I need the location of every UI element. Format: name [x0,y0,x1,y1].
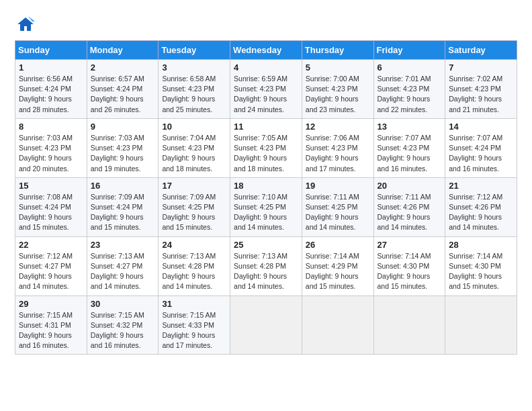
day-number: 9 [91,122,155,132]
day-number: 8 [19,122,83,132]
day-number: 7 [449,62,513,73]
calendar-cell: 4Sunrise: 6:59 AMSunset: 4:23 PMDaylight… [230,60,302,119]
day-detail: Sunrise: 7:03 AMSunset: 4:23 PMDaylight:… [19,133,83,174]
day-detail: Sunrise: 6:59 AMSunset: 4:23 PMDaylight:… [234,74,298,115]
day-number: 1 [19,62,83,73]
calendar-cell: 19Sunrise: 7:11 AMSunset: 4:25 PMDayligh… [302,177,373,236]
day-number: 24 [162,240,226,250]
day-detail: Sunrise: 7:09 AMSunset: 4:24 PMDaylight:… [91,192,155,233]
day-number: 13 [378,122,442,132]
calendar-cell: 15Sunrise: 7:08 AMSunset: 4:24 PMDayligh… [15,177,87,236]
calendar-cell: 10Sunrise: 7:04 AMSunset: 4:23 PMDayligh… [159,118,230,177]
day-number: 31 [162,299,226,309]
day-detail: Sunrise: 7:13 AMSunset: 4:27 PMDaylight:… [91,251,155,292]
col-header-saturday: Saturday [445,41,517,60]
calendar-cell: 9Sunrise: 7:03 AMSunset: 4:23 PMDaylight… [87,118,159,177]
day-number: 17 [162,181,226,191]
day-detail: Sunrise: 7:14 AMSunset: 4:29 PMDaylight:… [306,251,370,292]
calendar-week-row: 8Sunrise: 7:03 AMSunset: 4:23 PMDaylight… [15,118,517,177]
day-detail: Sunrise: 7:01 AMSunset: 4:23 PMDaylight:… [378,74,442,115]
day-detail: Sunrise: 7:08 AMSunset: 4:24 PMDaylight:… [19,192,83,233]
day-detail: Sunrise: 7:13 AMSunset: 4:28 PMDaylight:… [234,251,298,292]
day-number: 14 [449,122,513,132]
day-detail: Sunrise: 7:07 AMSunset: 4:23 PMDaylight:… [378,133,442,174]
day-number: 23 [91,240,155,250]
calendar-cell: 21Sunrise: 7:12 AMSunset: 4:26 PMDayligh… [445,177,517,236]
day-number: 19 [306,181,370,191]
day-detail: Sunrise: 6:58 AMSunset: 4:23 PMDaylight:… [162,74,226,115]
calendar-cell: 12Sunrise: 7:06 AMSunset: 4:23 PMDayligh… [302,118,373,177]
calendar-cell: 26Sunrise: 7:14 AMSunset: 4:29 PMDayligh… [302,236,373,295]
calendar-cell: 25Sunrise: 7:13 AMSunset: 4:28 PMDayligh… [230,236,302,295]
day-detail: Sunrise: 7:03 AMSunset: 4:23 PMDaylight:… [91,133,155,174]
col-header-thursday: Thursday [302,41,373,60]
logo-icon [16,15,35,34]
calendar-cell: 13Sunrise: 7:07 AMSunset: 4:23 PMDayligh… [373,118,445,177]
calendar-cell [302,295,373,355]
calendar-cell: 23Sunrise: 7:13 AMSunset: 4:27 PMDayligh… [87,236,159,295]
day-detail: Sunrise: 7:15 AMSunset: 4:31 PMDaylight:… [19,310,83,351]
day-detail: Sunrise: 7:09 AMSunset: 4:25 PMDaylight:… [162,192,226,233]
day-number: 21 [449,181,513,191]
day-detail: Sunrise: 7:07 AMSunset: 4:24 PMDaylight:… [449,133,513,174]
day-detail: Sunrise: 7:12 AMSunset: 4:26 PMDaylight:… [449,192,513,233]
calendar-cell: 1Sunrise: 6:56 AMSunset: 4:24 PMDaylight… [15,60,87,119]
day-detail: Sunrise: 7:10 AMSunset: 4:25 PMDaylight:… [234,192,298,233]
day-detail: Sunrise: 6:57 AMSunset: 4:24 PMDaylight:… [91,74,155,115]
calendar-cell [230,295,302,355]
col-header-tuesday: Tuesday [159,41,230,60]
calendar-cell: 2Sunrise: 6:57 AMSunset: 4:24 PMDaylight… [87,60,159,119]
day-number: 26 [306,240,370,250]
day-detail: Sunrise: 7:00 AMSunset: 4:23 PMDaylight:… [306,74,370,115]
calendar-table: SundayMondayTuesdayWednesdayThursdayFrid… [15,40,517,355]
calendar-cell: 24Sunrise: 7:13 AMSunset: 4:28 PMDayligh… [159,236,230,295]
calendar-week-row: 15Sunrise: 7:08 AMSunset: 4:24 PMDayligh… [15,177,517,236]
calendar-cell: 28Sunrise: 7:14 AMSunset: 4:30 PMDayligh… [445,236,517,295]
calendar-cell: 31Sunrise: 7:15 AMSunset: 4:33 PMDayligh… [159,295,230,355]
day-detail: Sunrise: 7:13 AMSunset: 4:28 PMDaylight:… [162,251,226,292]
day-detail: Sunrise: 7:15 AMSunset: 4:33 PMDaylight:… [162,310,226,351]
day-number: 3 [162,62,226,73]
calendar-cell: 3Sunrise: 6:58 AMSunset: 4:23 PMDaylight… [159,60,230,119]
day-number: 22 [19,240,83,250]
calendar-cell: 30Sunrise: 7:15 AMSunset: 4:32 PMDayligh… [87,295,159,355]
day-detail: Sunrise: 7:14 AMSunset: 4:30 PMDaylight:… [449,251,513,292]
day-number: 2 [91,62,155,73]
day-detail: Sunrise: 7:11 AMSunset: 4:26 PMDaylight:… [378,192,442,233]
day-number: 11 [234,122,298,132]
calendar-cell: 20Sunrise: 7:11 AMSunset: 4:26 PMDayligh… [373,177,445,236]
calendar-week-row: 29Sunrise: 7:15 AMSunset: 4:31 PMDayligh… [15,295,517,355]
calendar-cell: 11Sunrise: 7:05 AMSunset: 4:23 PMDayligh… [230,118,302,177]
day-number: 27 [378,240,442,250]
day-number: 29 [19,299,83,309]
calendar-header-row: SundayMondayTuesdayWednesdayThursdayFrid… [15,41,517,60]
day-number: 6 [378,62,442,73]
day-detail: Sunrise: 7:04 AMSunset: 4:23 PMDaylight:… [162,133,226,174]
day-number: 18 [234,181,298,191]
day-number: 15 [19,181,83,191]
calendar-cell [373,295,445,355]
day-number: 20 [378,181,442,191]
day-number: 30 [91,299,155,309]
day-detail: Sunrise: 7:06 AMSunset: 4:23 PMDaylight:… [306,133,370,174]
day-number: 10 [162,122,226,132]
header [15,12,517,34]
day-detail: Sunrise: 6:56 AMSunset: 4:24 PMDaylight:… [19,74,83,115]
day-number: 16 [91,181,155,191]
calendar-cell: 6Sunrise: 7:01 AMSunset: 4:23 PMDaylight… [373,60,445,119]
calendar-cell: 27Sunrise: 7:14 AMSunset: 4:30 PMDayligh… [373,236,445,295]
calendar-cell: 29Sunrise: 7:15 AMSunset: 4:31 PMDayligh… [15,295,87,355]
day-detail: Sunrise: 7:11 AMSunset: 4:25 PMDaylight:… [306,192,370,233]
calendar-cell: 22Sunrise: 7:12 AMSunset: 4:27 PMDayligh… [15,236,87,295]
calendar-cell: 14Sunrise: 7:07 AMSunset: 4:24 PMDayligh… [445,118,517,177]
logo [15,15,35,34]
col-header-wednesday: Wednesday [230,41,302,60]
calendar-cell: 5Sunrise: 7:00 AMSunset: 4:23 PMDaylight… [302,60,373,119]
day-number: 5 [306,62,370,73]
day-detail: Sunrise: 7:05 AMSunset: 4:23 PMDaylight:… [234,133,298,174]
calendar-cell: 16Sunrise: 7:09 AMSunset: 4:24 PMDayligh… [87,177,159,236]
day-detail: Sunrise: 7:12 AMSunset: 4:27 PMDaylight:… [19,251,83,292]
calendar-cell [445,295,517,355]
calendar-week-row: 22Sunrise: 7:12 AMSunset: 4:27 PMDayligh… [15,236,517,295]
day-number: 4 [234,62,298,73]
